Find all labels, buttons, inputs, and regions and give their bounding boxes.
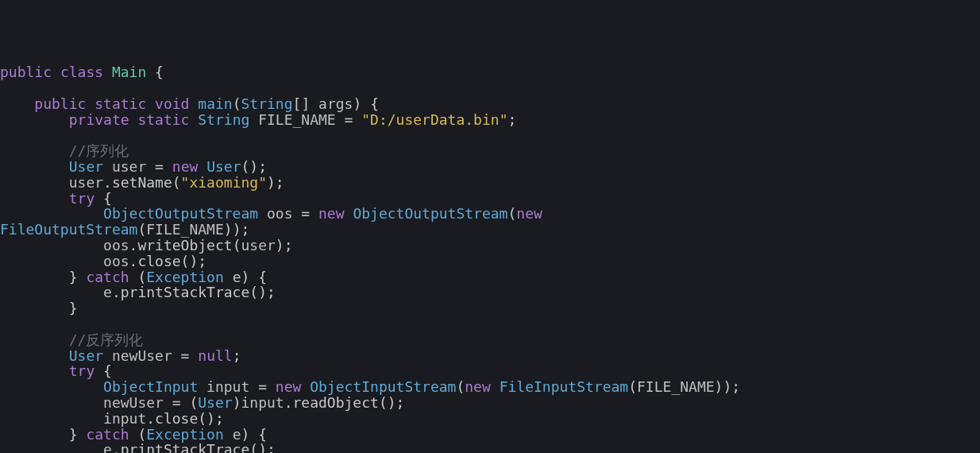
equals-op: = — [181, 347, 190, 364]
code-line: FileOutputStream(FILE_NAME)); — [0, 221, 249, 238]
paren-open: ( — [137, 221, 146, 238]
code-line: input.close(); — [0, 410, 224, 427]
paren-close: ) — [189, 253, 198, 269]
keyword-static: static — [137, 111, 189, 128]
code-line: e.printStackTrace(); — [0, 284, 276, 300]
code-line: //反序列化 — [0, 331, 143, 348]
code-editor[interactable]: public class Main { public static void m… — [0, 64, 980, 453]
method-main: main — [198, 95, 232, 112]
equals-op: = — [301, 205, 310, 222]
paren-close: ) — [388, 394, 396, 411]
code-line: try { — [0, 362, 112, 379]
keyword-public: public — [34, 95, 86, 112]
array-brackets: [] — [293, 95, 311, 112]
code-line: User user = new User(); — [0, 158, 267, 175]
obj-e: e — [103, 284, 112, 300]
paren-close: ) — [353, 95, 361, 112]
brace-open: { — [258, 269, 267, 285]
paren-close: ) — [723, 378, 731, 395]
brace-open: { — [103, 190, 112, 207]
keyword-new: new — [276, 378, 302, 395]
paren-open: ( — [181, 253, 190, 269]
keyword-catch: catch — [86, 426, 129, 443]
obj-e: e — [103, 441, 112, 453]
keyword-new: new — [465, 378, 491, 395]
paren-open: ( — [249, 441, 258, 453]
keyword-null: null — [198, 347, 232, 364]
paren-close: ) — [241, 426, 250, 443]
paren-open: ( — [507, 205, 516, 222]
method-setname: setName — [112, 174, 172, 191]
paren-close: ) — [276, 237, 284, 254]
code-line: } catch (Exception e) { — [0, 269, 267, 285]
paren-open: ( — [233, 237, 241, 254]
code-line: ObjectInput input = new ObjectInputStrea… — [0, 378, 740, 395]
code-line: //序列化 — [0, 142, 129, 159]
obj-oos: oos — [103, 253, 129, 269]
equals-op: = — [155, 158, 164, 175]
keyword-try: try — [69, 190, 95, 207]
semicolon: ; — [507, 111, 516, 128]
keyword-class: class — [60, 64, 103, 80]
class-name: Main — [112, 64, 146, 80]
dot: . — [112, 284, 121, 300]
var-oos: oos — [267, 205, 293, 222]
code-line: try { — [0, 190, 112, 207]
obj-input: input — [103, 410, 146, 427]
code-line: oos.close(); — [0, 253, 206, 269]
paren-close: ) — [224, 221, 233, 238]
brace-close: } — [69, 269, 78, 285]
obj-user: user — [69, 174, 103, 191]
ctor-user: User — [206, 158, 241, 175]
keyword-private: private — [69, 111, 129, 128]
dot: . — [112, 441, 121, 453]
semicolon: ; — [267, 284, 276, 300]
equals-op: = — [345, 111, 353, 128]
method-close: close — [155, 410, 198, 427]
type-objectinput: ObjectInput — [103, 378, 198, 395]
arg-user: user — [241, 237, 275, 254]
keyword-void: void — [155, 95, 189, 112]
semicolon: ; — [241, 221, 249, 238]
paren-open: ( — [249, 284, 258, 300]
type-objectoutputstream: ObjectOutputStream — [103, 205, 258, 222]
type-user: User — [69, 347, 103, 364]
paren-open: ( — [189, 394, 198, 411]
paren-close: ) — [233, 221, 241, 238]
brace-open: { — [103, 362, 112, 379]
paren-open: ( — [456, 378, 465, 395]
code-line: newUser = (User)input.readObject(); — [0, 394, 404, 411]
method-writeobject: writeObject — [137, 237, 232, 254]
paren-open: ( — [379, 394, 388, 411]
comment-deserialize: //反序列化 — [69, 331, 144, 348]
brace-close: } — [69, 426, 78, 443]
dot: . — [129, 237, 138, 254]
semicolon: ; — [284, 237, 293, 254]
keyword-new: new — [516, 205, 542, 222]
type-user: User — [69, 158, 103, 175]
type-string: String — [198, 111, 249, 128]
paren-open: ( — [628, 378, 637, 395]
keyword-new: new — [172, 158, 199, 175]
ctor-objectoutputstream: ObjectOutputStream — [353, 205, 507, 222]
brace-close: } — [69, 300, 78, 316]
keyword-new: new — [318, 205, 345, 222]
method-printstacktrace: printStackTrace — [121, 284, 250, 300]
semicolon: ; — [258, 158, 267, 175]
semicolon: ; — [396, 394, 405, 411]
keyword-public: public — [0, 64, 52, 80]
paren-open: ( — [137, 269, 146, 285]
type-exception: Exception — [146, 269, 224, 285]
brace-open: { — [258, 426, 267, 443]
obj-input: input — [241, 394, 284, 411]
dot: . — [146, 410, 155, 427]
arg-filename: FILE_NAME — [146, 221, 224, 238]
paren-close: ) — [258, 284, 267, 300]
semicolon: ; — [233, 347, 241, 364]
method-printstacktrace: printStackTrace — [121, 441, 250, 453]
semicolon: ; — [731, 378, 740, 395]
paren-close: ) — [258, 441, 267, 453]
code-line: } — [0, 300, 78, 316]
var-newuser: newUser — [112, 347, 172, 364]
method-close: close — [137, 253, 180, 269]
